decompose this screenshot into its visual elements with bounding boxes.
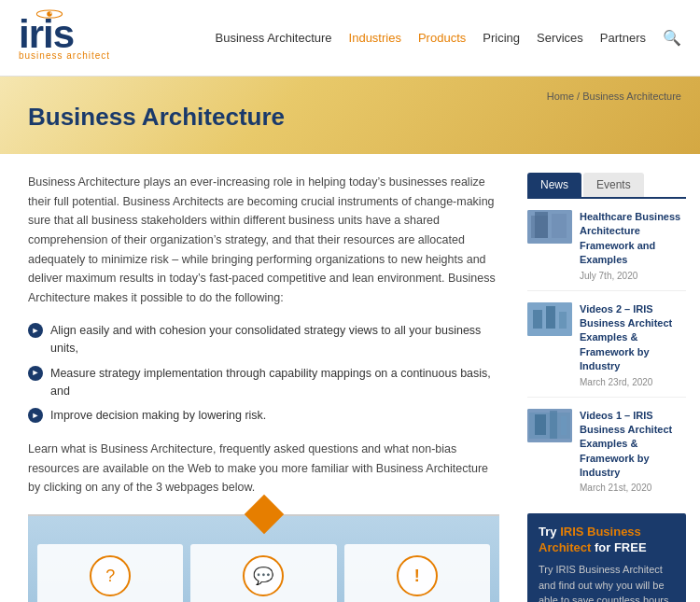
news-body-2: Videos 2 – IRIS Business Architect Examp… (580, 302, 686, 387)
main-nav: Business Architecture Industries Product… (216, 29, 681, 47)
tab-events[interactable]: Events (583, 173, 644, 197)
nav-pricing[interactable]: Pricing (483, 31, 520, 45)
cards-divider (28, 514, 499, 516)
breadcrumb-current: Business Architecture (582, 91, 681, 102)
list-item: ► Measure strategy implementation throug… (28, 365, 499, 400)
tab-news[interactable]: News (527, 173, 581, 197)
breadcrumb-home[interactable]: Home (547, 91, 574, 102)
cards-section: ? What is Business Architecture? Underst… (28, 514, 499, 602)
sidebar: News Events Healthcare Business Architec… (518, 173, 700, 602)
logo[interactable]: iris business architect (19, 15, 110, 61)
card-icon-chat: 💬 (243, 555, 284, 596)
nav-services[interactable]: Services (537, 31, 583, 45)
breadcrumb: Home / Business Architecture (547, 91, 681, 102)
news-item-3[interactable]: Videos 1 – IRIS Business Architect Examp… (527, 409, 686, 503)
news-item-2[interactable]: Videos 2 – IRIS Business Architect Examp… (527, 302, 686, 398)
learn-paragraph: Learn what is Business Architecture, fre… (28, 440, 499, 497)
news-date-3: March 21st, 2020 (580, 483, 686, 493)
news-date-1: July 7th, 2020 (580, 271, 686, 281)
bullet-icon-3: ► (28, 408, 43, 423)
svg-point-2 (50, 12, 52, 14)
card-icon-exclamation: ! (397, 555, 438, 596)
svg-rect-6 (552, 214, 567, 238)
logo-eye-icon (35, 7, 63, 21)
list-item: ► Align easily and with cohesion your co… (28, 322, 499, 357)
bullet-text-2: Measure strategy implementation through … (50, 365, 499, 400)
card-icon-question: ? (90, 555, 131, 596)
logo-text: iris (19, 15, 110, 54)
header: iris business architect Business Archite… (0, 0, 700, 77)
svg-rect-14 (535, 414, 546, 435)
card-what-is[interactable]: ? What is Business Architecture? Underst… (37, 544, 183, 602)
news-body-3: Videos 1 – IRIS Business Architect Examp… (580, 409, 686, 494)
sidebar-tabs: News Events (527, 173, 686, 199)
intro-paragraph: Business Architecture plays an ever-incr… (28, 173, 499, 307)
svg-rect-16 (561, 416, 567, 435)
news-image-3 (527, 409, 572, 442)
try-desc: Try IRIS Business Architect and find out… (539, 562, 675, 602)
card-faq[interactable]: 💬 Frequently Asked Questions Here are an… (190, 544, 336, 602)
search-icon[interactable]: 🔍 (663, 29, 681, 47)
svg-rect-9 (533, 310, 542, 329)
nav-products[interactable]: Products (418, 31, 466, 45)
nav-business-architecture[interactable]: Business Architecture (216, 31, 332, 45)
news-item-1[interactable]: Healthcare Business Architecture Framewo… (527, 210, 686, 291)
news-title-2[interactable]: Videos 2 – IRIS Business Architect Examp… (580, 302, 686, 374)
card-resources[interactable]: ! Resources at Your Finger Tip Find some… (344, 544, 490, 602)
svg-point-1 (47, 11, 51, 16)
news-title-1[interactable]: Healthcare Business Architecture Framewo… (580, 210, 686, 268)
svg-rect-11 (559, 312, 567, 329)
page-title: Business Architecture (28, 103, 672, 132)
bullet-icon-1: ► (28, 323, 43, 338)
bullet-text-1: Align easily and with cohesion your cons… (50, 322, 499, 357)
news-date-2: March 23rd, 2020 (580, 377, 686, 387)
hero-banner: Home / Business Architecture Business Ar… (0, 77, 700, 154)
news-thumb-3 (527, 409, 572, 442)
main-content: Business Architecture plays an ever-incr… (0, 154, 700, 602)
try-box[interactable]: Try IRIS Business Architect for FREE Try… (527, 513, 686, 602)
news-image-2 (527, 302, 572, 336)
bullet-text-3: Improve decision making by lowering risk… (50, 407, 266, 425)
news-title-3[interactable]: Videos 1 – IRIS Business Architect Examp… (580, 409, 686, 481)
nav-partners[interactable]: Partners (600, 31, 646, 45)
svg-rect-10 (546, 306, 555, 329)
news-thumb-2 (527, 302, 572, 336)
bullet-icon-2: ► (28, 366, 43, 381)
news-body-1: Healthcare Business Architecture Framewo… (580, 210, 686, 281)
content-left: Business Architecture plays an ever-incr… (0, 173, 518, 602)
try-title: Try IRIS Business Architect for FREE (539, 525, 675, 556)
svg-rect-5 (535, 212, 548, 238)
bullet-list: ► Align easily and with cohesion your co… (28, 322, 499, 425)
list-item: ► Improve decision making by lowering ri… (28, 407, 499, 425)
svg-rect-15 (550, 411, 557, 439)
logo-area: iris business architect (19, 15, 110, 61)
news-image-1 (527, 210, 572, 244)
nav-industries[interactable]: Industries (349, 31, 401, 45)
news-thumb-1 (527, 210, 572, 244)
